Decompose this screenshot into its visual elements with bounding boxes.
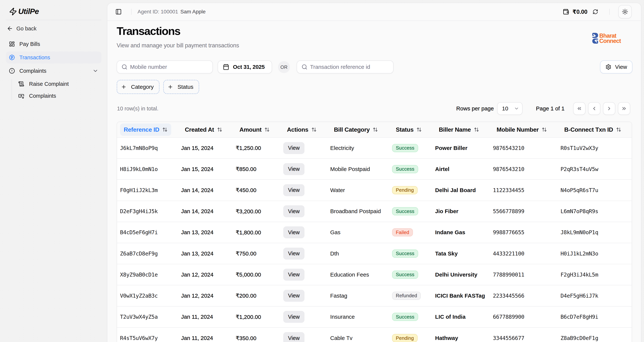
column-header-label: Biller Name: [439, 126, 471, 133]
sort-button-status[interactable]: Status: [392, 123, 426, 136]
table-row: D2eF3gH4iJ5k Jan 14, 2024 ₹3,200.00 View…: [117, 201, 632, 222]
cell-created-at: Jan 15, 2024: [181, 166, 236, 172]
sidebar-item-transactions[interactable]: Transactions: [6, 52, 101, 63]
cell-biller-name: Hathway: [435, 335, 493, 341]
sort-button-bill-category[interactable]: Bill Category: [330, 123, 382, 136]
cell-bconnect-txn-id: B6cD7eF8gH9i: [560, 314, 632, 320]
sidebar-toggle-button[interactable]: [113, 7, 124, 17]
first-page-button[interactable]: [573, 102, 586, 115]
chevron-down-icon: [514, 106, 519, 111]
table-row: T2uV3wX4yZ5a Jan 11, 2024 ₹1,200.00 View…: [117, 306, 632, 328]
column-header-amount: Amount: [236, 123, 283, 136]
topbar-right: ₹0.00: [563, 5, 641, 19]
sidebar-submenu: Raise Complaint Complaints: [12, 78, 101, 101]
cell-bconnect-txn-id: P2qR3sT4uV5w: [560, 166, 632, 172]
cell-reference-id: R4sT5uV6wX7y: [120, 335, 181, 341]
theme-toggle-button[interactable]: [618, 5, 632, 19]
row-view-button[interactable]: View: [283, 163, 304, 175]
brand-logo: UtilPe: [9, 7, 39, 16]
cell-amount: ₹350.00: [236, 335, 283, 341]
sort-button-created-at[interactable]: Created At: [181, 123, 226, 136]
sidebar-item-complaints[interactable]: Complaints: [6, 65, 101, 77]
row-view-button[interactable]: View: [283, 142, 304, 154]
sort-button-actions[interactable]: Actions: [283, 123, 320, 136]
date-picker-button[interactable]: Oct 31, 2025: [218, 60, 272, 74]
column-header-label: Bill Category: [334, 126, 370, 133]
cell-biller-name: Tata Sky: [435, 250, 493, 257]
go-back-label: Go back: [16, 26, 36, 32]
chevron-right-icon: [606, 106, 612, 111]
table-row: V0wX1yZ2aB3c Jan 12, 2024 ₹200.00 View F…: [117, 285, 632, 306]
topbar-separator: [131, 9, 132, 15]
circle-alert-icon: [9, 68, 15, 74]
table-meta-row: 10 row(s) in total. Rows per page 10 Pag…: [107, 102, 641, 115]
sort-button-mobile-number[interactable]: Mobile Number: [493, 123, 551, 136]
cell-actions: View: [283, 248, 330, 260]
cell-biller-name: ICICI Bank FASTag: [435, 292, 493, 299]
cell-mobile-number: 6677889900: [493, 314, 560, 320]
cell-bconnect-txn-id: D4eF5gH6iJ7k: [560, 292, 632, 299]
table-row: X8yZ9aB0cD1e Jan 12, 2024 ₹5,000.00 View…: [117, 264, 632, 285]
sort-button-bconnect-txn-id[interactable]: B-Connect Txn ID: [560, 123, 625, 136]
cell-biller-name: LIC of India: [435, 314, 493, 320]
cell-bill-category: Electricity: [330, 145, 392, 151]
column-header-actions: Actions: [283, 123, 330, 136]
cell-status: Pending: [392, 186, 435, 194]
row-view-button[interactable]: View: [283, 332, 304, 342]
cell-status: Refunded: [392, 292, 435, 300]
sidebar-subitem-complaints[interactable]: Complaints: [15, 90, 101, 101]
page-title: Transactions: [117, 25, 180, 38]
column-header-biller-name: Biller Name: [435, 123, 493, 136]
search-icon: [302, 64, 308, 70]
row-view-button[interactable]: View: [283, 184, 304, 196]
filter-chips: Category Status: [117, 80, 199, 94]
table-row: R4sT5uV6wX7y Jan 11, 2024 ₹350.00 View C…: [117, 328, 632, 342]
transaction-reference-input[interactable]: Transaction reference id: [297, 60, 394, 74]
cell-biller-name: Delhi Jal Board: [435, 187, 493, 193]
row-view-button[interactable]: View: [283, 311, 304, 323]
refresh-balance-button[interactable]: [592, 9, 598, 15]
status-badge: Success: [392, 165, 418, 173]
cell-mobile-number: 2233445566: [493, 292, 560, 299]
row-view-button[interactable]: View: [283, 205, 304, 217]
cell-bill-category: Cable Tv: [330, 335, 392, 341]
or-badge: OR: [278, 61, 290, 73]
cell-mobile-number: 4433221100: [493, 250, 560, 257]
row-view-button[interactable]: View: [283, 269, 304, 281]
rows-per-page-select[interactable]: 10: [497, 102, 522, 115]
cell-actions: View: [283, 205, 330, 217]
cell-reference-id: Z6aB7cD8eF9g: [120, 250, 181, 257]
row-view-button[interactable]: View: [283, 290, 304, 302]
go-back-button[interactable]: Go back: [3, 23, 104, 34]
last-page-button[interactable]: [618, 102, 630, 115]
sort-button-biller-name[interactable]: Biller Name: [435, 123, 483, 136]
sort-button-amount[interactable]: Amount: [236, 123, 273, 136]
sidebar-subitem-label: Raise Complaint: [29, 81, 69, 87]
cell-mobile-number: 5566778899: [493, 208, 560, 214]
cell-bconnect-txn-id: J8kL9mN0oP1q: [560, 229, 632, 235]
status-filter-button[interactable]: Status: [163, 80, 199, 94]
topbar-separator: [609, 9, 610, 15]
mobile-number-input[interactable]: Mobile number: [117, 60, 213, 74]
row-view-button[interactable]: View: [283, 248, 304, 260]
sidebar-item-pay-bills[interactable]: Pay Bills: [6, 38, 101, 50]
cell-created-at: Jan 14, 2024: [181, 187, 236, 193]
status-badge: Pending: [392, 334, 418, 342]
cell-bconnect-txn-id: Z8aB9cD0eF1g: [560, 335, 632, 341]
date-value: Oct 31, 2025: [233, 64, 264, 70]
cell-status: Success: [392, 271, 435, 279]
previous-page-button[interactable]: [588, 102, 600, 115]
bharat-connect-logo: Bharat Connect: [592, 33, 621, 44]
wallet-balance: ₹0.00: [572, 9, 587, 15]
search-icon: [122, 64, 128, 70]
table-row: B4cD5eF6gH7i Jan 13, 2024 ₹1,800.00 View…: [117, 222, 632, 243]
row-view-button[interactable]: View: [283, 226, 304, 238]
category-filter-button[interactable]: Category: [117, 80, 160, 94]
view-settings-button[interactable]: View: [600, 60, 632, 74]
cell-status: Success: [392, 207, 435, 215]
wallet-icon-wrap: [563, 9, 569, 15]
next-page-button[interactable]: [603, 102, 615, 115]
sidebar-subitem-raise-complaint[interactable]: Raise Complaint: [15, 78, 101, 90]
sort-button-reference-id[interactable]: Reference ID: [120, 123, 171, 136]
column-header-label: Status: [396, 126, 414, 133]
